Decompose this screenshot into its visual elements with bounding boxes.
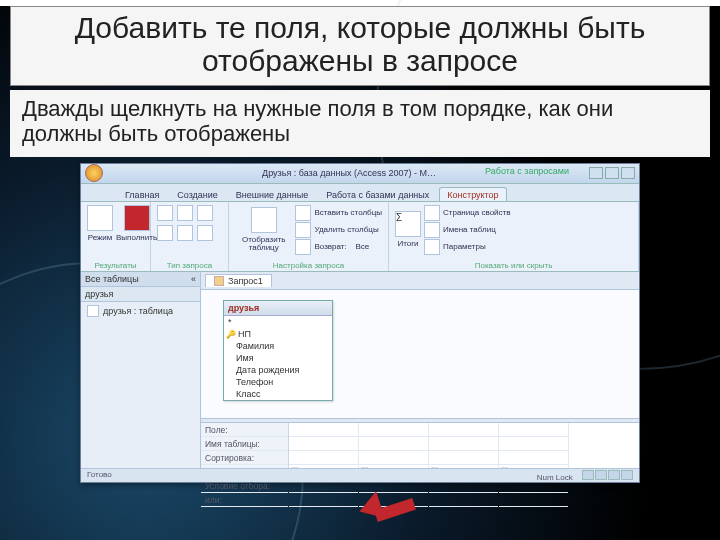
status-lock: Num Lock (537, 473, 573, 483)
qt-icon[interactable] (157, 225, 173, 241)
ribbon-tabs: Главная Создание Внешние данные Работа с… (81, 184, 639, 202)
totals-label: Итоги (397, 240, 418, 248)
field-star[interactable]: * (224, 316, 332, 328)
doc-tab-label: Запрос1 (228, 276, 263, 286)
del-col-icon[interactable] (295, 222, 311, 238)
slide-subtitle-text: Дважды щелкнуть на нужные поля в том пор… (22, 96, 613, 146)
field-birth[interactable]: Дата рождения (224, 364, 332, 376)
nav-header-label: Все таблицы (85, 274, 139, 284)
slide-title-text: Добавить те поля, которые должны быть от… (21, 11, 699, 77)
grid-col[interactable] (359, 423, 429, 468)
navigation-pane[interactable]: Все таблицы« друзья друзья : таблица (81, 272, 201, 468)
ribbon-group-results: Режим Выполнить Результаты (81, 202, 151, 271)
field-class[interactable]: Класс (224, 388, 332, 400)
maximize-button[interactable] (605, 167, 619, 179)
tab-design[interactable]: Конструктор (439, 187, 506, 201)
grid-col[interactable] (429, 423, 499, 468)
return-label: Возврат: (314, 242, 346, 251)
tab-create[interactable]: Создание (169, 187, 226, 201)
document-area: Запрос1 друзья * НП Фамилия Имя Дата рож… (201, 272, 639, 468)
group-showhide-label: Показать или скрыть (395, 261, 632, 270)
qt-icon[interactable] (197, 225, 213, 241)
group-results-label: Результаты (87, 261, 144, 270)
return-value: Все (355, 242, 369, 251)
tab-external[interactable]: Внешние данные (228, 187, 316, 201)
ribbon-group-showhide: Σ Итоги Страница свойств Имена таблиц Па… (389, 202, 639, 271)
table-icon (87, 305, 99, 317)
window-buttons (589, 167, 635, 179)
row-field: Поле: (201, 423, 288, 437)
view-btn[interactable] (608, 470, 620, 480)
qt-icon[interactable] (197, 205, 213, 221)
qt-icon[interactable] (157, 205, 173, 221)
status-text: Готово (87, 470, 112, 481)
group-querytype-label: Тип запроса (157, 261, 222, 270)
ribbon: Режим Выполнить Результаты Тип запроса (81, 202, 639, 272)
table-header: друзья (224, 301, 332, 316)
field-np[interactable]: НП (224, 328, 332, 340)
nav-item-label: друзья : таблица (103, 306, 173, 316)
pointer-arrow (361, 496, 415, 522)
doc-tabs: Запрос1 (201, 272, 639, 290)
propsheet-icon[interactable] (424, 205, 440, 221)
context-tab-title: Работа с запросами (485, 166, 569, 176)
params-icon[interactable] (424, 239, 440, 255)
grid-columns (289, 423, 639, 468)
slide-title: Добавить те поля, которые должны быть от… (10, 6, 710, 86)
tab-dbtools[interactable]: Работа с базами данных (318, 187, 437, 201)
totals-icon[interactable]: Σ (395, 211, 421, 237)
minimize-button[interactable] (589, 167, 603, 179)
view-icon[interactable] (87, 205, 113, 231)
nav-group[interactable]: друзья (81, 287, 200, 302)
grid-col[interactable] (289, 423, 359, 468)
grid-row-labels: Поле: Имя таблицы: Сортировка: Вывод на … (201, 423, 289, 468)
slide-subtitle: Дважды щелкнуть на нужные поля в том пор… (10, 90, 710, 157)
params-label: Параметры (443, 242, 486, 251)
row-table: Имя таблицы: (201, 437, 288, 451)
view-btn[interactable] (595, 470, 607, 480)
close-button[interactable] (621, 167, 635, 179)
grid-col[interactable] (499, 423, 569, 468)
ribbon-group-setup: Отобразить таблицу Вставить столбцы Удал… (229, 202, 389, 271)
nav-header[interactable]: Все таблицы« (81, 272, 200, 287)
status-bar: Готово Num Lock (81, 468, 639, 482)
ins-col-icon[interactable] (295, 205, 311, 221)
field-name[interactable]: Имя (224, 352, 332, 364)
office-button[interactable] (85, 164, 103, 182)
showtable-label: Отобразить таблицу (235, 236, 292, 252)
run-icon[interactable] (124, 205, 150, 231)
showtable-icon[interactable] (251, 207, 277, 233)
view-btn[interactable] (621, 470, 633, 480)
return-icon[interactable] (295, 239, 311, 255)
row-sort: Сортировка: (201, 451, 288, 465)
ribbon-group-querytype: Тип запроса (151, 202, 229, 271)
query-designer[interactable]: друзья * НП Фамилия Имя Дата рождения Те… (201, 290, 639, 468)
group-setup-label: Настройка запроса (235, 261, 382, 270)
tablenames-label: Имена таблиц (443, 225, 496, 234)
tab-home[interactable]: Главная (117, 187, 167, 201)
access-window: Друзья : база данных (Access 2007) - M… … (80, 163, 640, 483)
body-area: Все таблицы« друзья друзья : таблица Зап… (81, 272, 639, 468)
titlebar: Друзья : база данных (Access 2007) - M… … (81, 164, 639, 184)
propsheet-label: Страница свойств (443, 208, 510, 217)
del-col-label: Удалить столбцы (314, 225, 378, 234)
table-field-list[interactable]: друзья * НП Фамилия Имя Дата рождения Те… (223, 300, 333, 401)
view-switcher: Num Lock (536, 470, 633, 481)
qt-icon[interactable] (177, 225, 193, 241)
ins-col-label: Вставить столбцы (314, 208, 382, 217)
view-label: Режим (88, 234, 113, 242)
qt-icon[interactable] (177, 205, 193, 221)
field-phone[interactable]: Телефон (224, 376, 332, 388)
doc-tab-query[interactable]: Запрос1 (205, 274, 272, 287)
nav-item-table[interactable]: друзья : таблица (81, 302, 200, 320)
query-icon (214, 276, 224, 286)
field-surname[interactable]: Фамилия (224, 340, 332, 352)
tablenames-icon[interactable] (424, 222, 440, 238)
view-btn[interactable] (582, 470, 594, 480)
qbe-grid[interactable]: Поле: Имя таблицы: Сортировка: Вывод на … (201, 423, 639, 468)
row-or: или: (201, 493, 288, 507)
